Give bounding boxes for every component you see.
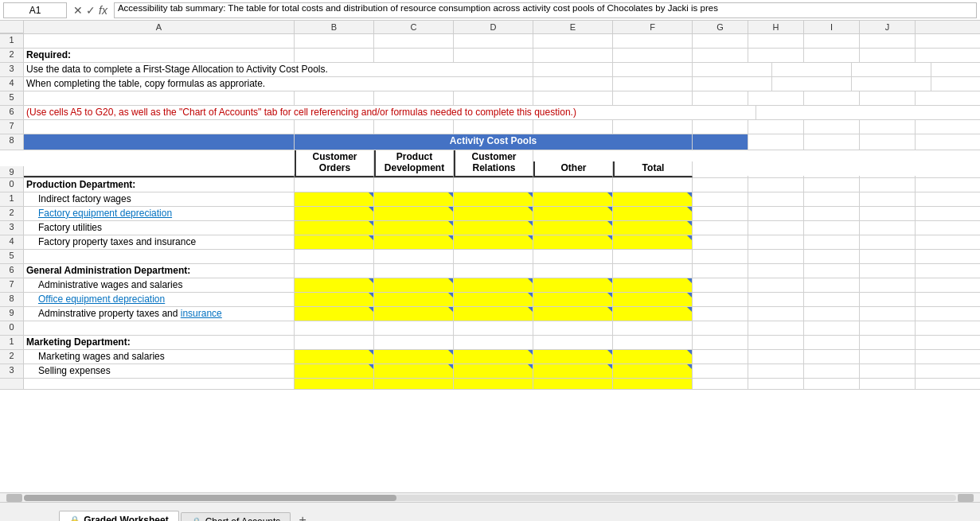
cell-f16[interactable] bbox=[613, 264, 693, 278]
cell-d23[interactable] bbox=[454, 364, 533, 378]
cell-d1[interactable] bbox=[454, 34, 533, 48]
cell-b19[interactable] bbox=[295, 307, 374, 321]
cell-c17[interactable] bbox=[374, 278, 454, 292]
cell-a20[interactable] bbox=[24, 321, 295, 335]
cell-a3[interactable]: Use the data to complete a First-Stage A… bbox=[24, 63, 533, 76]
cell-b7[interactable] bbox=[295, 120, 374, 134]
cell-g5[interactable] bbox=[693, 91, 748, 105]
cell-g9[interactable] bbox=[693, 176, 748, 177]
cell-g1[interactable] bbox=[693, 34, 748, 48]
cell-d16[interactable] bbox=[454, 264, 533, 278]
cell-b5[interactable] bbox=[295, 91, 374, 105]
tab-menu-icon[interactable]: ≡ bbox=[46, 518, 53, 521]
cell-g15[interactable] bbox=[693, 250, 748, 263]
cell-c18[interactable] bbox=[374, 293, 454, 306]
cell-i11[interactable] bbox=[804, 192, 860, 206]
cell-h9[interactable] bbox=[748, 176, 804, 177]
cell-h13[interactable] bbox=[748, 221, 804, 235]
cell-g20[interactable] bbox=[693, 321, 748, 335]
cell-g14[interactable] bbox=[693, 235, 748, 249]
cell-f4[interactable] bbox=[852, 77, 931, 91]
cell-h11[interactable] bbox=[748, 192, 804, 206]
cell-g4[interactable] bbox=[931, 77, 980, 91]
cell-j19[interactable] bbox=[860, 307, 916, 321]
cell-h5[interactable] bbox=[748, 91, 804, 105]
col-header-c[interactable]: C bbox=[374, 21, 454, 33]
col-header-i[interactable]: I bbox=[804, 21, 860, 33]
col-header-h[interactable]: H bbox=[748, 21, 804, 33]
cell-g21[interactable] bbox=[693, 336, 748, 349]
cell-i17[interactable] bbox=[804, 278, 860, 292]
cell-f20[interactable] bbox=[613, 321, 693, 335]
cell-b11[interactable] bbox=[295, 192, 374, 206]
cell-j14[interactable] bbox=[860, 235, 916, 249]
cell-a17[interactable]: Administrative wages and salaries bbox=[24, 278, 295, 292]
cell-d22[interactable] bbox=[454, 350, 533, 364]
cell-f2[interactable] bbox=[613, 49, 693, 62]
cell-f18[interactable] bbox=[613, 293, 693, 306]
cell-a8[interactable] bbox=[24, 134, 295, 150]
cell-d10[interactable] bbox=[454, 178, 533, 192]
cell-h24[interactable] bbox=[748, 379, 804, 389]
cell-e3[interactable] bbox=[772, 63, 852, 76]
cell-g16[interactable] bbox=[693, 264, 748, 278]
cell-j15[interactable] bbox=[860, 250, 916, 263]
cell-a15[interactable] bbox=[24, 250, 295, 263]
cell-c5[interactable] bbox=[374, 91, 454, 105]
cell-b6[interactable] bbox=[756, 106, 836, 119]
cell-h20[interactable] bbox=[748, 321, 804, 335]
cell-a9[interactable] bbox=[24, 174, 295, 177]
cell-c19[interactable] bbox=[374, 307, 454, 321]
cell-c2[interactable] bbox=[374, 49, 454, 62]
cell-c11[interactable] bbox=[374, 192, 454, 206]
col-header-d[interactable]: D bbox=[454, 21, 533, 33]
cell-d14[interactable] bbox=[454, 235, 533, 249]
cell-e13[interactable] bbox=[533, 221, 613, 235]
cell-f22[interactable] bbox=[613, 350, 693, 364]
cell-g24[interactable] bbox=[693, 379, 748, 389]
col-header-a[interactable]: A bbox=[24, 21, 295, 33]
scroll-left-btn[interactable] bbox=[6, 494, 22, 502]
col-header-b[interactable]: B bbox=[295, 21, 374, 33]
cell-b16[interactable] bbox=[295, 264, 374, 278]
cancel-icon[interactable]: ✕ bbox=[73, 4, 83, 17]
cell-a14[interactable]: Factory property taxes and insurance bbox=[24, 235, 295, 249]
col-header-g[interactable]: G bbox=[693, 21, 748, 33]
cell-d15[interactable] bbox=[454, 250, 533, 263]
cell-c7[interactable] bbox=[374, 120, 454, 134]
cell-e23[interactable] bbox=[533, 364, 613, 378]
cell-b18[interactable] bbox=[295, 293, 374, 306]
cell-b17[interactable] bbox=[295, 278, 374, 292]
col-header-f[interactable]: F bbox=[613, 21, 693, 33]
cell-f21[interactable] bbox=[613, 336, 693, 349]
cell-f23[interactable] bbox=[613, 364, 693, 378]
cell-j20[interactable] bbox=[860, 321, 916, 335]
cell-b22[interactable] bbox=[295, 350, 374, 364]
cell-d4[interactable] bbox=[693, 77, 772, 91]
cell-i23[interactable] bbox=[804, 364, 860, 378]
cell-e9[interactable]: Other bbox=[533, 161, 613, 177]
cell-e1[interactable] bbox=[533, 34, 613, 48]
cell-i7[interactable] bbox=[804, 120, 860, 134]
cell-c15[interactable] bbox=[374, 250, 454, 263]
cell-a19[interactable]: Adminstrative property taxes and insuran… bbox=[24, 307, 295, 321]
add-sheet-button[interactable]: + bbox=[292, 510, 312, 521]
cell-j1[interactable] bbox=[860, 34, 916, 48]
cell-d11[interactable] bbox=[454, 192, 533, 206]
cell-d20[interactable] bbox=[454, 321, 533, 335]
cell-a11[interactable]: Indirect factory wages bbox=[24, 192, 295, 206]
cell-g23[interactable] bbox=[693, 364, 748, 378]
cell-d6[interactable] bbox=[916, 106, 980, 119]
cell-j18[interactable] bbox=[860, 293, 916, 306]
cell-e10[interactable] bbox=[533, 178, 613, 192]
cell-j11[interactable] bbox=[860, 192, 916, 206]
cell-b3[interactable] bbox=[533, 63, 613, 76]
cell-c14[interactable] bbox=[374, 235, 454, 249]
cell-f11[interactable] bbox=[613, 192, 693, 206]
cell-j12[interactable] bbox=[860, 207, 916, 220]
cell-f13[interactable] bbox=[613, 221, 693, 235]
cell-e16[interactable] bbox=[533, 264, 613, 278]
cell-i14[interactable] bbox=[804, 235, 860, 249]
cell-b23[interactable] bbox=[295, 364, 374, 378]
cell-j17[interactable] bbox=[860, 278, 916, 292]
